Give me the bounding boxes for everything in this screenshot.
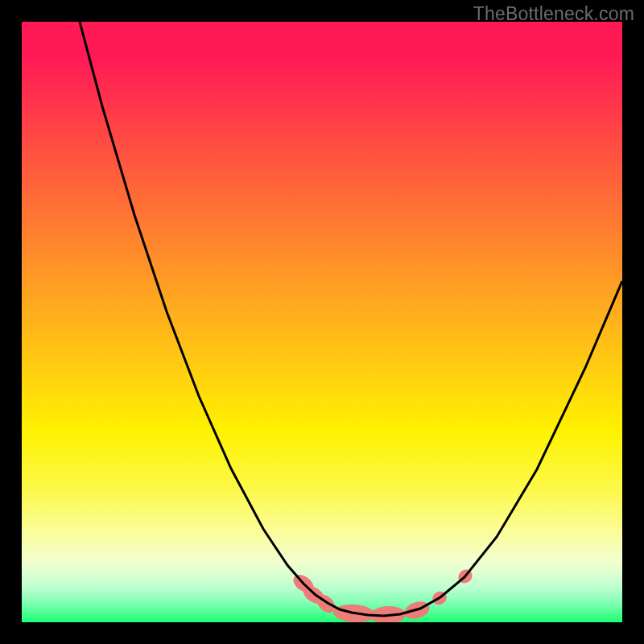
chart-plot-area xyxy=(22,22,622,622)
chart-frame: TheBottleneck.com xyxy=(0,0,644,644)
curve-line xyxy=(80,22,622,616)
watermark-text: TheBottleneck.com xyxy=(473,3,634,25)
markers-layer xyxy=(290,567,475,622)
chart-svg xyxy=(22,22,622,622)
